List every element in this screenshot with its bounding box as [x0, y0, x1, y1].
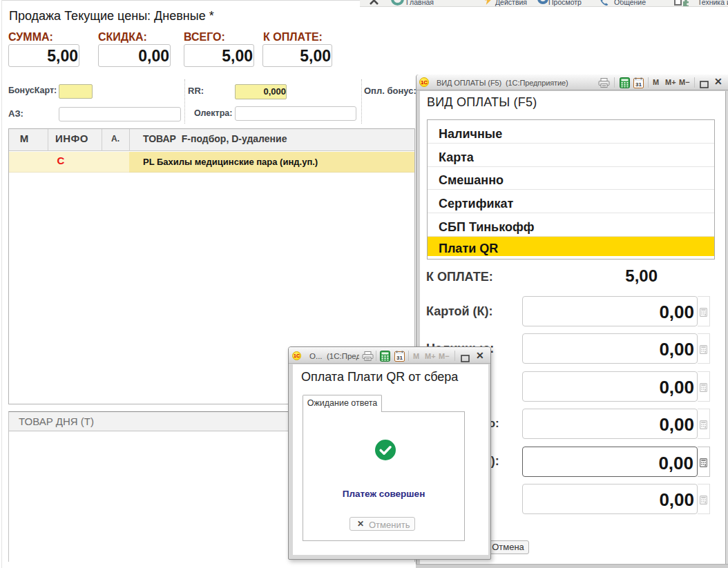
svg-text:31: 31	[396, 355, 403, 361]
svg-text:31: 31	[635, 81, 642, 88]
